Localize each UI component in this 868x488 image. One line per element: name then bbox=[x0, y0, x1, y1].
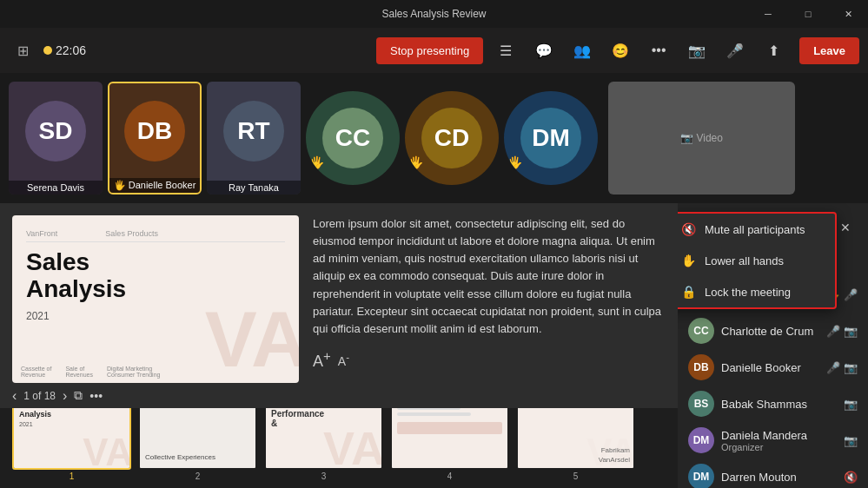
stop-presenting-button[interactable]: Stop presenting bbox=[376, 37, 483, 64]
mic-icon[interactable]: 🎤 bbox=[719, 35, 751, 66]
thumb-num-1: 1 bbox=[70, 472, 75, 481]
maximize-button[interactable]: □ bbox=[788, 0, 828, 28]
increase-text-button[interactable]: A+ bbox=[313, 348, 331, 371]
next-slide-button[interactable]: › bbox=[63, 388, 67, 404]
participants-panel: Participants ••• ✕ 🔇 Mute all participan… bbox=[678, 203, 868, 488]
mic-muted-darren: 🔇 bbox=[844, 471, 858, 484]
top-bar: ⊞ 22:06 Stop presenting ☰ 💬 👥 😊 ••• 📷 🎤 … bbox=[0, 28, 868, 73]
lock-meeting-button[interactable]: 🔒 Lock the meeting bbox=[678, 276, 835, 307]
participant-name-danielle-list: Danielle Booker bbox=[721, 361, 819, 374]
participant-name-danielle: 🖐 Danielle Booker bbox=[109, 178, 200, 193]
participant-item-darren[interactable]: DM Darren Mouton 🔇 bbox=[678, 458, 868, 488]
participants-close-button[interactable]: ✕ bbox=[833, 215, 858, 240]
recording-dot bbox=[43, 46, 52, 55]
window-title: Sales Analysis Review bbox=[381, 8, 486, 20]
copy-slide-icon[interactable]: ⧉ bbox=[74, 388, 83, 403]
avatar-babak: BS bbox=[688, 391, 714, 417]
participant-video-cassandra[interactable]: CD 🖐 Cassandra Dunn bbox=[405, 91, 499, 185]
participant-name-charlotte-list: Charlotte de Crum bbox=[721, 325, 819, 338]
slide-counter: 1 of 18 bbox=[23, 390, 56, 402]
thumb-num-5: 5 bbox=[573, 472, 579, 481]
close-button[interactable]: ✕ bbox=[828, 0, 868, 28]
participant-video-ray[interactable]: RT Ray Tanaka bbox=[207, 82, 301, 195]
participant-video-danielle[interactable]: DB 🖐 Danielle Booker bbox=[108, 82, 202, 195]
reaction-icon[interactable]: 😊 bbox=[605, 35, 636, 66]
participant-name-babak: Babak Shammas bbox=[721, 398, 837, 411]
thumb-card-2[interactable]: Introduction Collective Experiences bbox=[138, 408, 257, 470]
mute-all-button[interactable]: 🔇 Mute all participants bbox=[678, 214, 835, 245]
people-icon[interactable]: 👥 bbox=[567, 35, 598, 66]
window-controls: ─ □ ✕ bbox=[748, 0, 868, 28]
cam-icon-danielle: 📷 bbox=[844, 361, 858, 374]
lock-meeting-label: Lock the meeting bbox=[705, 286, 791, 299]
cam-icon-babak: 📷 bbox=[844, 398, 858, 411]
avatar-daniela: DM bbox=[688, 427, 714, 453]
thumbnail-4[interactable]: 4 bbox=[390, 408, 509, 481]
avatar-charlotte: CC bbox=[688, 318, 714, 344]
participant-video-large[interactable]: 📷 Video bbox=[608, 82, 795, 195]
thumb-num-3: 3 bbox=[321, 472, 327, 481]
thumbnail-3[interactable]: Sales Analysis Performance& VA 3 bbox=[264, 408, 383, 481]
main-content: VanFront Sales Products SalesAnalysis 20… bbox=[0, 203, 868, 488]
participant-item-babak[interactable]: BS Babak Shammas 📷 bbox=[678, 386, 868, 422]
slide-body-text: Lorem ipsum dolor sit amet, consectetur … bbox=[313, 215, 664, 338]
thumbnail-2[interactable]: Introduction Collective Experiences 2 bbox=[138, 408, 257, 481]
participant-video-darren[interactable]: DM 🖐 Darren Mouton bbox=[504, 91, 598, 185]
share-icon[interactable]: ⬆ bbox=[758, 35, 789, 66]
main-slide: VanFront Sales Products SalesAnalysis 20… bbox=[12, 215, 299, 383]
slide-panel: VanFront Sales Products SalesAnalysis 20… bbox=[0, 203, 678, 488]
leave-button[interactable]: Leave bbox=[799, 37, 859, 64]
thumbnail-1[interactable]: SalesAnalysis 2021 VA 1 bbox=[12, 408, 131, 481]
more-slide-options-icon[interactable]: ••• bbox=[89, 389, 103, 403]
thumbnail-strip: SalesAnalysis 2021 VA 1 Introduction Col… bbox=[0, 408, 678, 488]
video-strip: SD Serena Davis DB 🖐 Danielle Booker RT … bbox=[0, 73, 868, 203]
thumbnail-5[interactable]: Partnership FabrikamVanArsdel VA 5 bbox=[516, 408, 635, 481]
thumb-num-2: 2 bbox=[195, 472, 201, 481]
thumb-num-4: 4 bbox=[447, 472, 453, 481]
lock-icon: 🔒 bbox=[681, 285, 696, 299]
participant-video-serena[interactable]: SD Serena Davis bbox=[9, 82, 103, 195]
camera-icon[interactable]: 📷 bbox=[681, 35, 712, 66]
menu-icon[interactable]: ☰ bbox=[490, 35, 521, 66]
mic-icon-charlotte: 🎤 bbox=[826, 325, 840, 338]
participant-item-danielle[interactable]: DB Danielle Booker 🎤 📷 bbox=[678, 349, 868, 386]
participant-name-ray: Ray Tanaka bbox=[207, 181, 301, 195]
decrease-text-button[interactable]: A- bbox=[338, 351, 349, 368]
participant-video-charlotte[interactable]: CC 🖐 Charlotte de Crum bbox=[306, 91, 400, 185]
slide-logo: VanFront Sales Products bbox=[26, 229, 285, 238]
participant-role-daniela: Organizer bbox=[721, 442, 837, 452]
participant-item-charlotte[interactable]: CC Charlotte de Crum 🎤 📷 bbox=[678, 313, 868, 349]
participant-name-daniela: Daniela Mandera bbox=[721, 429, 837, 442]
slide-text-panel: Lorem ipsum dolor sit amet, consectetur … bbox=[299, 203, 678, 383]
title-bar: Sales Analysis Review ─ □ ✕ bbox=[0, 0, 868, 28]
prev-slide-button[interactable]: ‹ bbox=[12, 388, 17, 404]
more-options-icon[interactable]: ••• bbox=[643, 35, 674, 66]
chat-icon[interactable]: 💬 bbox=[528, 35, 560, 66]
cam-icon-charlotte: 📷 bbox=[844, 325, 858, 338]
mute-all-label: Mute all participants bbox=[705, 223, 805, 236]
text-size-controls: A+ A- bbox=[313, 348, 664, 371]
hand-icon: ✋ bbox=[681, 254, 696, 267]
thumb-card-5[interactable]: Partnership FabrikamVanArsdel VA bbox=[516, 408, 635, 470]
mic-icon-danielle: 🎤 bbox=[826, 361, 840, 374]
slide-navigation: ‹ 1 of 18 › ⧉ ••• bbox=[0, 383, 678, 408]
avatar-danielle: DB bbox=[688, 354, 714, 380]
slide-bottom-labels: Cassette ofRevenue Sale ofRevenues Digit… bbox=[21, 366, 160, 378]
mic-icon-cassandra: 🎤 bbox=[844, 288, 858, 301]
thumb-card-4[interactable] bbox=[390, 408, 509, 470]
context-menu: 🔇 Mute all participants ✋ Lower all hand… bbox=[678, 212, 837, 309]
participant-name-serena: Serena Davis bbox=[9, 181, 103, 195]
lower-hands-button[interactable]: ✋ Lower all hands bbox=[678, 245, 835, 276]
hand-raise-charlotte: 🖐 bbox=[309, 155, 324, 169]
cam-icon-daniela: 📷 bbox=[844, 434, 858, 447]
thumb-card-1[interactable]: SalesAnalysis 2021 VA bbox=[12, 408, 131, 470]
slide-title: SalesAnalysis bbox=[26, 249, 285, 303]
call-timer: 22:06 bbox=[43, 43, 86, 57]
minimize-button[interactable]: ─ bbox=[748, 0, 788, 28]
participant-name-darren-list: Darren Mouton bbox=[721, 471, 837, 484]
hand-raise-cassandra: 🖐 bbox=[408, 155, 423, 169]
participant-item-daniela[interactable]: DM Daniela Mandera Organizer 📷 bbox=[678, 422, 868, 458]
grid-icon[interactable]: ⊞ bbox=[9, 36, 36, 64]
slide-view: VanFront Sales Products SalesAnalysis 20… bbox=[0, 203, 678, 383]
thumb-card-3[interactable]: Sales Analysis Performance& VA bbox=[264, 408, 383, 470]
